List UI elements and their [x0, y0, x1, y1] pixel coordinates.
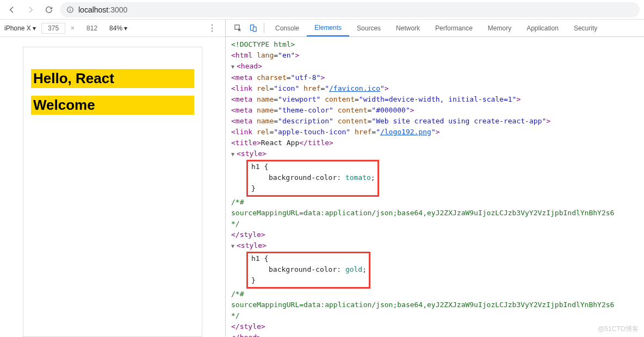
tab-sources[interactable]: Sources [349, 20, 388, 36]
device-toggle-icon[interactable] [245, 20, 261, 36]
head-child-2[interactable]: <meta name="viewport" content="width=dev… [231, 94, 644, 105]
html-open[interactable]: <html lang="en"> [231, 50, 644, 61]
zoom-select[interactable]: 84% ▾ [109, 24, 127, 32]
style-close-0[interactable]: </style> [231, 229, 644, 240]
sourcemap-comment-1[interactable]: /*# [231, 289, 644, 299]
head-close[interactable]: </head> [231, 332, 644, 337]
title-node[interactable]: <title>React App</title> [231, 138, 644, 148]
device-height-input[interactable] [80, 23, 104, 34]
style-open-0[interactable]: ▼<style> [231, 148, 644, 160]
preview-heading-2: Welcome [31, 96, 194, 115]
url-path: :3000 [108, 5, 127, 14]
tab-memory[interactable]: Memory [480, 20, 519, 36]
svg-point-1 [70, 8, 70, 9]
watermark: @51CTO博客 [598, 324, 639, 334]
devtools-panel: ConsoleElementsSourcesNetworkPerformance… [226, 20, 644, 337]
head-child-4[interactable]: <meta name="description" content="Web si… [231, 116, 644, 127]
tab-elements[interactable]: Elements [307, 20, 349, 36]
dim-x: × [71, 24, 75, 32]
device-select[interactable]: iPhone X ▾ [4, 24, 36, 32]
devtools-tabs: ConsoleElementsSourcesNetworkPerformance… [226, 20, 644, 37]
head-child-3[interactable]: <meta name="theme-color" content="#00000… [231, 105, 644, 116]
browser-toolbar: localhost:3000 [0, 0, 644, 20]
more-icon[interactable]: ⋮ [203, 23, 221, 33]
url-bar[interactable]: localhost:3000 [60, 2, 640, 17]
page-preview: Hello, React Welcome [23, 47, 202, 337]
back-button[interactable] [4, 2, 20, 17]
style-close-1[interactable]: </style> [231, 321, 644, 332]
head-open[interactable]: ▼<head> [231, 61, 644, 72]
preview-heading-1: Hello, React [31, 69, 194, 88]
style-rule-highlight-1: h1 {background-color: gold;} [246, 252, 370, 289]
tab-separator [264, 23, 264, 33]
device-toolbar: iPhone X ▾ × 84% ▾ ⋮ [0, 20, 225, 37]
tab-application[interactable]: Application [519, 20, 566, 36]
inspect-icon[interactable] [230, 20, 245, 36]
style-rule-highlight-0: h1 {background-color: tomato;} [246, 160, 379, 197]
tab-security[interactable]: Security [566, 20, 605, 36]
main-area: iPhone X ▾ × 84% ▾ ⋮ Hello, React Welcom… [0, 20, 644, 337]
url-host: localhost [78, 5, 108, 14]
svg-rect-5 [253, 27, 256, 32]
head-child-1[interactable]: <link rel="icon" href="/favicon.ico"> [231, 83, 644, 94]
tab-console[interactable]: Console [268, 20, 307, 36]
reload-button[interactable] [41, 2, 57, 17]
head-child-0[interactable]: <meta charset="utf-8"> [231, 72, 644, 83]
forward-button[interactable] [23, 2, 38, 17]
tab-performance[interactable]: Performance [428, 20, 480, 36]
device-panel: iPhone X ▾ × 84% ▾ ⋮ Hello, React Welcom… [0, 20, 226, 337]
style-open-1[interactable]: ▼<style> [231, 240, 644, 252]
tab-network[interactable]: Network [388, 20, 428, 36]
dom-tree[interactable]: <!DOCTYPE html><html lang="en">▼<head><m… [226, 37, 644, 337]
device-viewport: Hello, React Welcome [0, 37, 225, 337]
device-width-input[interactable] [41, 23, 65, 34]
info-icon [66, 6, 74, 14]
head-child-5[interactable]: <link rel="apple-touch-icon" href="/logo… [231, 127, 644, 138]
svg-rect-2 [70, 9, 70, 11]
sourcemap-comment-0[interactable]: /*# [231, 197, 644, 208]
doctype-node[interactable]: <!DOCTYPE html> [231, 39, 644, 50]
